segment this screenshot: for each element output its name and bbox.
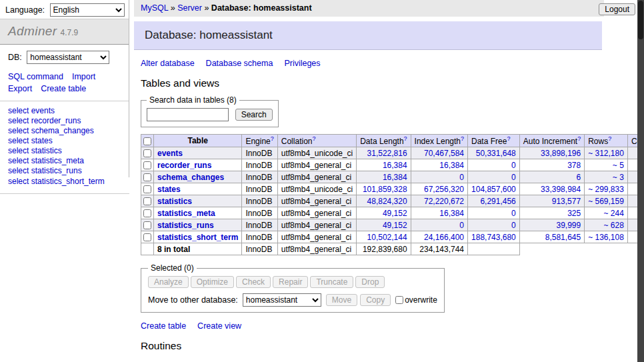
move-db-select[interactable]: homeassistant [243,293,321,307]
column-help-data-length[interactable]: ? [404,135,407,142]
row-checkbox[interactable] [143,149,151,157]
row-checkbox[interactable] [143,209,151,217]
column-help-collation[interactable]: ? [312,135,315,142]
sidebar-select-statistics-short-term[interactable]: select statistics_short_term [8,177,121,187]
row-checkbox[interactable] [143,185,151,193]
sidebar-link-export[interactable]: Export [8,84,32,93]
rows-link[interactable]: ~ 244 [604,209,624,218]
link-privileges[interactable]: Privileges [284,59,320,68]
data-free-link[interactable]: 0 [511,161,516,170]
repair-button[interactable]: Repair [273,276,308,288]
table-link-statistics-meta[interactable]: statistics_meta [157,209,215,218]
sidebar-select-statistics-runs[interactable]: select statistics_runs [8,166,121,176]
select-all-checkbox[interactable] [143,137,151,145]
row-checkbox[interactable] [143,161,151,169]
column-help-index-length[interactable]: ? [461,135,464,142]
table-link-statistics-runs[interactable]: statistics_runs [157,221,214,230]
row-checkbox[interactable] [143,233,151,241]
table-link-schema-changes[interactable]: schema_changes [157,173,224,182]
index-length-link[interactable]: 0 [459,173,464,182]
data-length-link[interactable]: 101,859,328 [363,185,407,194]
link-alter-database[interactable]: Alter database [141,59,195,68]
scrollbar[interactable] [637,0,644,362]
breadcrumb-link-server[interactable]: Server [177,3,202,13]
rows-link[interactable]: ~ 628 [604,221,624,230]
optimize-button[interactable]: Optimize [191,276,234,288]
data-length-link[interactable]: 49,152 [383,209,407,218]
sidebar-select-schema-changes[interactable]: select schema_changes [8,126,121,136]
sidebar-link-import[interactable]: Import [72,72,95,81]
breadcrumb-link-mysql[interactable]: MySQL [141,3,168,13]
db-select[interactable]: homeassistant [27,51,109,64]
auto-increment-link[interactable]: 39,999 [556,221,581,230]
column-help-data-free[interactable]: ? [507,135,510,142]
rows-link[interactable]: ~ 5 [613,161,624,170]
data-free-link[interactable]: 188,743,680 [471,233,516,242]
table-link-statistics[interactable]: statistics [157,197,192,206]
link-create-table[interactable]: Create table [141,321,186,331]
row-checkbox[interactable] [143,197,151,205]
search-button[interactable]: Search [235,109,273,121]
sidebar-select-recorder-runs[interactable]: select recorder_runs [8,116,121,126]
truncate-button[interactable]: Truncate [310,276,353,288]
table-link-statistics-short-term[interactable]: statistics_short_term [157,233,238,242]
data-length-link[interactable]: 48,824,320 [367,197,407,206]
data-length-link[interactable]: 49,152 [383,221,407,230]
table-link-events[interactable]: events [157,149,183,158]
search-input[interactable] [147,108,229,121]
auto-increment-link[interactable]: 33,398,984 [541,185,581,194]
link-create-view[interactable]: Create view [197,321,241,331]
index-length-link[interactable]: 24,166,400 [424,233,464,242]
rows-link[interactable]: ~ 136,108 [588,233,624,242]
rows-link[interactable]: ~ 3 [613,173,624,182]
index-length-link[interactable]: 70,467,584 [424,149,464,158]
data-free-link[interactable]: 6,291,456 [480,197,515,206]
row-checkbox[interactable] [143,221,151,229]
data-free-link[interactable]: 0 [511,221,516,230]
data-free-link[interactable]: 0 [511,209,516,218]
row-checkbox[interactable] [143,173,151,181]
sidebar-select-states[interactable]: select states [8,136,121,146]
sidebar-select-statistics-meta[interactable]: select statistics_meta [8,156,121,166]
sidebar-select-events[interactable]: select events [8,106,121,116]
sidebar-select-statistics[interactable]: select statistics [8,146,121,156]
column-help-rows[interactable]: ? [608,135,611,142]
table-link-states[interactable]: states [157,185,181,194]
index-length-link[interactable]: 0 [459,221,464,230]
table-link-recorder-runs[interactable]: recorder_runs [157,161,211,170]
rows-link[interactable]: ~ 569,159 [588,197,624,206]
data-length-link[interactable]: 31,522,816 [367,149,407,158]
data-free-link[interactable]: 0 [511,173,516,182]
auto-increment-link[interactable]: 6 [576,173,581,182]
index-length-link[interactable]: 16,384 [439,209,464,218]
sidebar-link-sql-command[interactable]: SQL command [8,72,63,81]
drop-button[interactable]: Drop [355,276,385,288]
auto-increment-link[interactable]: 8,581,645 [545,233,581,242]
scrollbar-thumb[interactable] [638,1,643,39]
analyze-button[interactable]: Analyze [148,276,189,288]
auto-increment-link[interactable]: 378 [567,161,581,170]
data-free-link[interactable]: 50,331,648 [476,149,516,158]
overwrite-checkbox[interactable] [395,296,403,304]
index-length-link[interactable]: 72,220,672 [424,197,464,206]
logout-button[interactable]: Logout [599,3,635,15]
data-length-link[interactable]: 10,502,144 [367,233,407,242]
language-select[interactable]: English [50,3,125,17]
auto-increment-link[interactable]: 913,577 [552,197,581,206]
auto-increment-link[interactable]: 325 [567,209,581,218]
index-length-link[interactable]: 67,256,320 [424,185,464,194]
data-free-link[interactable]: 104,857,600 [471,185,516,194]
data-length-link[interactable]: 16,384 [383,161,407,170]
link-database-schema[interactable]: Database schema [206,59,273,68]
rows-link[interactable]: ~ 312,180 [588,149,624,158]
sidebar-link-create-table[interactable]: Create table [41,84,86,93]
index-length-link[interactable]: 16,384 [439,161,464,170]
rows-link[interactable]: ~ 299,833 [588,185,624,194]
move-button[interactable]: Move [326,294,357,306]
copy-button[interactable]: Copy [360,294,391,306]
auto-increment-link[interactable]: 33,898,196 [541,149,581,158]
column-help-engine[interactable]: ? [271,135,274,142]
column-help-auto-increment[interactable]: ? [577,135,581,142]
check-button[interactable]: Check [236,276,271,288]
data-length-link[interactable]: 16,384 [383,173,407,182]
